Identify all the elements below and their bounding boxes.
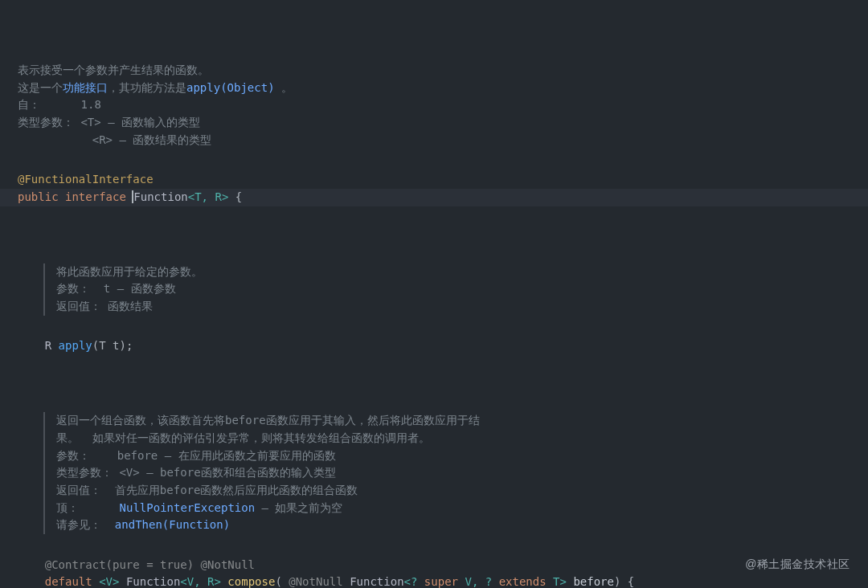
method-name-apply: apply xyxy=(59,339,92,352)
return-type: R xyxy=(45,339,51,352)
params: (T t); xyxy=(92,339,133,352)
keyword-default: default xyxy=(45,575,92,588)
doc-line: 类型参数： <V> – before函数和组合函数的输入类型 xyxy=(56,466,336,479)
doc-line: 参数： before – 在应用此函数之前要应用的函数 xyxy=(56,449,336,462)
method-javadoc-compose: 返回一个组合函数，该函数首先将before函数应用于其输入，然后将此函数应用于结… xyxy=(43,412,862,534)
link-functional-interface[interactable]: 功能接口 xyxy=(63,81,108,94)
link-apply-object[interactable]: apply(Object) xyxy=(186,81,275,94)
doc-line: 类型参数： <T> – 函数输入的类型 xyxy=(18,116,200,129)
doc-line: 返回值： 函数结果 xyxy=(56,300,153,312)
annotation-functional-interface: @FunctionalInterface xyxy=(18,173,154,186)
type-param-v: <V> xyxy=(99,575,119,588)
link-andthen[interactable]: andThen(Function) xyxy=(115,518,230,531)
annotation-notnull: @NotNull xyxy=(201,558,255,571)
generics-vr: <V, R> xyxy=(180,575,221,588)
param-before: before xyxy=(573,575,614,588)
type-function: Function xyxy=(133,190,187,203)
doc-line: 参数： t – 函数参数 xyxy=(56,282,176,295)
doc-line: 表示接受一个参数并产生结果的函数。 xyxy=(18,63,209,76)
doc-line: <R> – 函数结果的类型 xyxy=(18,133,211,146)
keyword-interface: interface xyxy=(65,190,126,203)
code-editor[interactable]: 表示接受一个参数并产生结果的函数。 这是一个功能接口，其功能方法是apply(O… xyxy=(0,0,868,588)
method-name-compose: compose xyxy=(227,575,275,588)
keyword-public: public xyxy=(18,190,59,203)
doc-line: 返回值： 首先应用before函数然后应用此函数的组合函数 xyxy=(56,484,358,496)
doc-line: 将此函数应用于给定的参数。 xyxy=(56,265,203,278)
doc-line: 请参见： andThen(Function) xyxy=(56,518,230,531)
generics: <T, R> xyxy=(188,190,229,203)
keyword-super: super xyxy=(424,575,458,588)
return-type-function: Function xyxy=(126,575,180,588)
doc-line: 顶： NullPointerException – 如果之前为空 xyxy=(56,501,342,514)
class-javadoc: 表示接受一个参数并产生结果的函数。 这是一个功能接口，其功能方法是apply(O… xyxy=(18,44,862,149)
doc-line: 返回一个组合函数，该函数首先将before函数应用于其输入，然后将此函数应用于结 xyxy=(56,414,480,427)
annotation-notnull-param: @NotNull xyxy=(289,575,342,588)
param-type-function: Function xyxy=(350,575,403,588)
doc-line: 自： 1.8 xyxy=(18,98,101,111)
keyword-extends: extends xyxy=(499,575,547,588)
doc-line: 这是一个功能接口，其功能方法是apply(Object) 。 xyxy=(18,81,293,94)
watermark: @稀土掘金技术社区 xyxy=(745,556,850,574)
method-javadoc-apply: 将此函数应用于给定的参数。 参数： t – 函数参数 返回值： 函数结果 xyxy=(43,263,862,316)
doc-line: 果。 如果对任一函数的评估引发异常，则将其转发给组合函数的调用者。 xyxy=(56,431,430,444)
annotation-contract: @Contract(pure = true) xyxy=(45,558,194,571)
active-line: public interface Function<T, R> { xyxy=(0,189,868,206)
link-npe[interactable]: NullPointerException xyxy=(120,501,256,514)
